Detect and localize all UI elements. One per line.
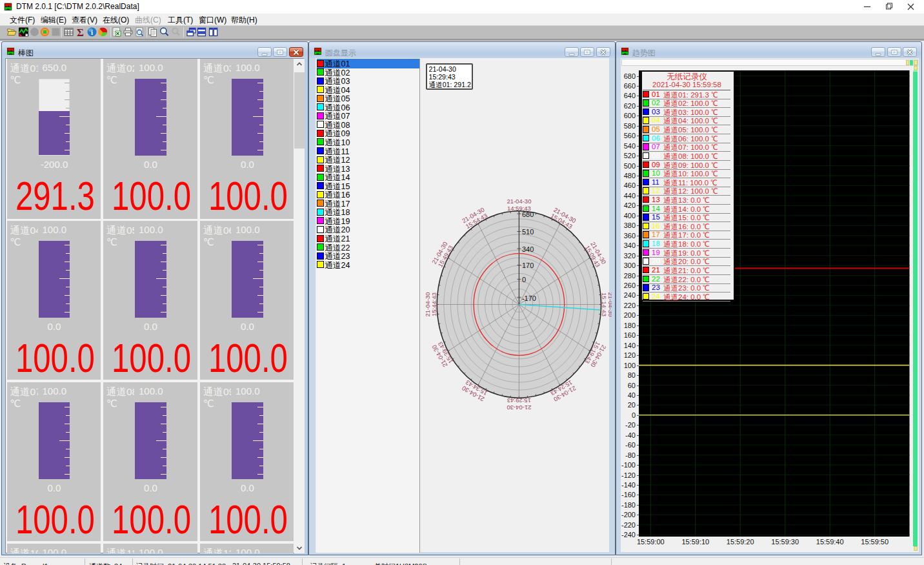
svg-text:i: i bbox=[91, 28, 93, 36]
svg-text:-170: -170 bbox=[522, 294, 536, 302]
svg-text:170: 170 bbox=[522, 262, 534, 269]
svg-text:Σ: Σ bbox=[77, 26, 84, 37]
svg-text:14:59:43: 14:59:43 bbox=[507, 205, 531, 212]
svg-text:21-04-30: 21-04-30 bbox=[424, 292, 431, 316]
svg-text:0: 0 bbox=[522, 276, 526, 283]
svg-text:15:14:43: 15:14:43 bbox=[601, 293, 608, 316]
svg-text:15:44:43: 15:44:43 bbox=[430, 293, 437, 316]
svg-text:510: 510 bbox=[522, 228, 534, 236]
svg-text:21-04-30: 21-04-30 bbox=[507, 404, 531, 411]
svg-text:15:29:43: 15:29:43 bbox=[507, 397, 531, 404]
svg-text:340: 340 bbox=[522, 245, 534, 253]
svg-text:21-04-30: 21-04-30 bbox=[507, 198, 531, 205]
